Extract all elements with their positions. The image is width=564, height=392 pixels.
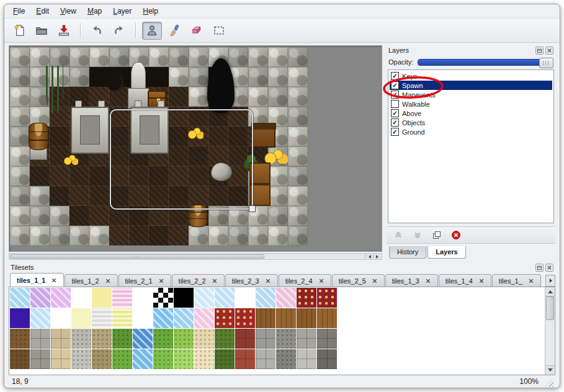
palette-tile[interactable] <box>71 349 91 369</box>
palette-tile[interactable] <box>10 329 30 349</box>
horizontal-scrollbar-thumb[interactable] <box>10 254 264 259</box>
layer-visibility-checkbox[interactable] <box>391 91 399 99</box>
tab-scroll-right-button[interactable] <box>545 275 555 287</box>
palette-tile[interactable] <box>112 288 132 308</box>
layer-visibility-checkbox[interactable] <box>391 128 399 136</box>
palette-tile[interactable] <box>133 308 153 328</box>
palette-tile[interactable] <box>92 329 112 349</box>
layer-row-spawn[interactable]: Spawn <box>390 81 552 90</box>
palette-tile[interactable] <box>215 288 235 308</box>
tab-close-button[interactable] <box>527 277 535 285</box>
layer-row-objects[interactable]: Objects <box>390 118 552 127</box>
palette-tile[interactable] <box>297 288 316 308</box>
map-horizontal-scrollbar[interactable] <box>9 253 382 260</box>
map-canvas[interactable] <box>9 45 382 252</box>
eraser-tool-button[interactable] <box>187 22 207 40</box>
layer-move-down-button[interactable] <box>411 229 424 241</box>
tab-close-button[interactable] <box>157 277 166 285</box>
layer-visibility-checkbox[interactable] <box>391 72 399 80</box>
palette-tile[interactable] <box>92 288 112 308</box>
palette-tile[interactable] <box>317 308 337 328</box>
scroll-right-button[interactable] <box>373 254 381 259</box>
palette-tile[interactable] <box>92 349 112 369</box>
palette-tile[interactable] <box>317 329 337 349</box>
layer-delete-button[interactable] <box>449 229 463 241</box>
palette-tile[interactable] <box>215 308 235 328</box>
palette-tile[interactable] <box>256 288 275 308</box>
palette-tile[interactable] <box>194 349 214 369</box>
layer-visibility-checkbox[interactable] <box>391 118 399 127</box>
palette-tile[interactable] <box>215 349 235 369</box>
palette-tile[interactable] <box>10 349 30 369</box>
layer-duplicate-button[interactable] <box>430 229 444 241</box>
palette-tile[interactable] <box>276 349 296 369</box>
palette-tile[interactable] <box>92 308 112 328</box>
tileset-vertical-scrollbar[interactable] <box>545 287 555 375</box>
layer-visibility-checkbox[interactable] <box>391 109 399 117</box>
undo-button[interactable] <box>87 22 107 40</box>
layer-visibility-checkbox[interactable] <box>391 81 399 89</box>
open-button[interactable] <box>32 22 51 40</box>
tileset-tab-tiles_2_4[interactable]: tiles_2_4 <box>279 274 331 287</box>
panel-tab-layers[interactable]: Layers <box>427 246 465 259</box>
palette-tile[interactable] <box>153 288 173 308</box>
tab-close-button[interactable] <box>370 277 379 285</box>
tab-close-button[interactable] <box>50 276 58 285</box>
layer-visibility-checkbox[interactable] <box>391 100 399 108</box>
layer-row-ground[interactable]: Ground <box>390 127 552 136</box>
palette-tile[interactable] <box>276 329 296 349</box>
scroll-left-button[interactable] <box>365 254 373 259</box>
tab-close-button[interactable] <box>424 277 432 285</box>
palette-tile[interactable] <box>153 308 173 328</box>
tileset-tab-tiles_1_2[interactable]: tiles_1_2 <box>65 274 117 287</box>
layers-close-button[interactable] <box>545 47 553 55</box>
tileset-tab-tiles_1[interactable]: tiles_1_ <box>492 274 541 287</box>
layer-row-walkable[interactable]: Walkable <box>390 99 552 109</box>
palette-tile[interactable] <box>112 308 132 328</box>
brush-tool-button[interactable] <box>164 22 184 40</box>
tileset-tab-tiles_1_4[interactable]: tiles_1_4 <box>439 274 491 287</box>
resize-grip[interactable] <box>545 378 553 387</box>
tileset-tab-tiles_2_3[interactable]: tiles_2_3 <box>225 274 278 287</box>
palette-tile[interactable] <box>71 308 91 328</box>
tileset-tab-tiles_1_3[interactable]: tiles_1_3 <box>385 274 438 287</box>
palette-tile[interactable] <box>133 349 153 369</box>
palette-tile[interactable] <box>256 308 275 328</box>
layer-row-above[interactable]: Above <box>390 109 552 118</box>
tab-close-button[interactable] <box>477 277 486 285</box>
tileset-tab-tiles_2_2[interactable]: tiles_2_2 <box>172 274 225 287</box>
palette-tile[interactable] <box>30 349 50 369</box>
palette-tile[interactable] <box>71 329 91 349</box>
palette-tile[interactable] <box>276 308 296 328</box>
scroll-down-button[interactable] <box>545 365 555 375</box>
tileset-tab-tiles_2_1[interactable]: tiles_2_1 <box>119 274 171 287</box>
tile-map[interactable] <box>10 47 308 246</box>
palette-tile[interactable] <box>174 288 194 308</box>
palette-tile[interactable] <box>51 349 71 369</box>
tab-close-button[interactable] <box>210 277 219 285</box>
tilesets-float-button[interactable] <box>535 264 544 272</box>
tileset-tab-tiles_1_1[interactable]: tiles_1_1 <box>10 273 64 287</box>
palette-tile[interactable] <box>30 308 50 328</box>
palette-tile[interactable] <box>174 308 194 328</box>
menu-file[interactable]: File <box>8 6 30 17</box>
tilesets-close-button[interactable] <box>545 264 553 272</box>
palette-tile[interactable] <box>153 329 173 349</box>
palette-tile[interactable] <box>51 308 71 328</box>
palette-tile[interactable] <box>133 329 153 349</box>
palette-tile[interactable] <box>153 349 173 369</box>
tileset-tab-tiles_2_5[interactable]: tiles_2_5 <box>332 274 385 287</box>
palette-tile[interactable] <box>256 349 275 369</box>
menu-edit[interactable]: Edit <box>31 6 54 17</box>
redo-button[interactable] <box>109 22 129 40</box>
palette-tile[interactable] <box>30 288 50 308</box>
save-button[interactable] <box>54 22 74 40</box>
palette-tile[interactable] <box>235 349 255 369</box>
vertical-scrollbar-thumb[interactable] <box>546 296 554 320</box>
palette-tile[interactable] <box>297 308 316 328</box>
palette-tile[interactable] <box>194 308 214 328</box>
palette-tile[interactable] <box>133 288 153 308</box>
palette-tile[interactable] <box>10 308 30 328</box>
palette-tile[interactable] <box>276 288 296 308</box>
palette-tile[interactable] <box>317 349 337 369</box>
